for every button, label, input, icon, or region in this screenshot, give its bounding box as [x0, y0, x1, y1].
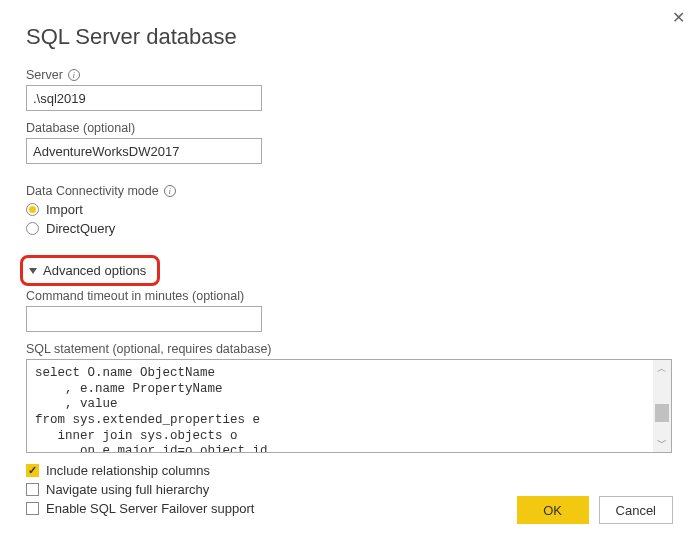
dialog-buttons: OK Cancel: [517, 496, 673, 524]
server-field-block: Server i: [26, 68, 673, 111]
advanced-options-label: Advanced options: [43, 263, 146, 278]
timeout-label: Command timeout in minutes (optional): [26, 289, 673, 303]
check-hierarchy-label: Navigate using full hierarchy: [46, 482, 209, 497]
check-hierarchy[interactable]: Navigate using full hierarchy: [26, 482, 673, 497]
radio-directquery-control[interactable]: [26, 222, 39, 235]
sql-field-block: SQL statement (optional, requires databa…: [26, 342, 673, 453]
sql-textarea[interactable]: [27, 360, 653, 452]
radio-import-control[interactable]: [26, 203, 39, 216]
check-failover-control[interactable]: [26, 502, 39, 515]
radio-directquery[interactable]: DirectQuery: [26, 221, 673, 236]
radio-directquery-label: DirectQuery: [46, 221, 115, 236]
database-field-block: Database (optional): [26, 121, 673, 164]
check-relationship-label: Include relationship columns: [46, 463, 210, 478]
scroll-down-icon[interactable]: ﹀: [653, 434, 671, 452]
close-icon[interactable]: ✕: [672, 8, 685, 27]
radio-import-label: Import: [46, 202, 83, 217]
sql-textarea-wrap: ︿ ﹀: [26, 359, 672, 453]
radio-import[interactable]: Import: [26, 202, 673, 217]
scroll-track[interactable]: [655, 378, 669, 434]
scroll-up-icon[interactable]: ︿: [653, 360, 671, 378]
advanced-options-toggle[interactable]: Advanced options: [26, 258, 154, 283]
cancel-button[interactable]: Cancel: [599, 496, 673, 524]
dialog-title: SQL Server database: [26, 24, 673, 50]
ok-button[interactable]: OK: [517, 496, 589, 524]
check-failover-label: Enable SQL Server Failover support: [46, 501, 254, 516]
connectivity-label-text: Data Connectivity mode: [26, 184, 159, 198]
server-input[interactable]: [26, 85, 262, 111]
scroll-thumb[interactable]: [655, 404, 669, 422]
scrollbar[interactable]: ︿ ﹀: [653, 360, 671, 452]
sql-server-database-dialog: ✕ SQL Server database Server i Database …: [0, 0, 699, 538]
timeout-input[interactable]: [26, 306, 262, 332]
info-icon[interactable]: i: [164, 185, 176, 197]
server-label: Server i: [26, 68, 673, 82]
info-icon[interactable]: i: [68, 69, 80, 81]
check-relationship-control[interactable]: [26, 464, 39, 477]
check-relationship[interactable]: Include relationship columns: [26, 463, 673, 478]
connectivity-section: Data Connectivity mode i Import DirectQu…: [26, 184, 673, 236]
server-label-text: Server: [26, 68, 63, 82]
timeout-field-block: Command timeout in minutes (optional): [26, 289, 673, 332]
database-label: Database (optional): [26, 121, 673, 135]
database-input[interactable]: [26, 138, 262, 164]
check-hierarchy-control[interactable]: [26, 483, 39, 496]
sql-label: SQL statement (optional, requires databa…: [26, 342, 673, 356]
connectivity-label: Data Connectivity mode i: [26, 184, 673, 198]
expand-collapse-icon: [29, 268, 37, 274]
